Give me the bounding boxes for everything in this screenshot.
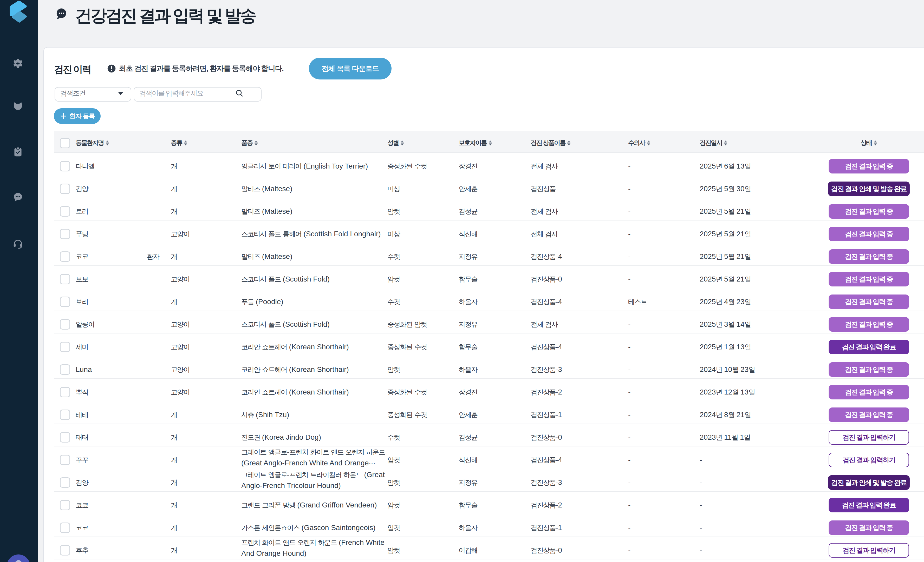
column-header-date[interactable]: 검진일시 (700, 131, 728, 152)
status-badge[interactable]: 검진 결과 입력하기 (829, 543, 909, 558)
status-badge[interactable]: 검진 결과 입력 중 (829, 362, 909, 377)
cell-product: 검진상품-0 (531, 537, 562, 559)
table-row[interactable]: 알콩이 고양이 스코티시 폴드 (Scottish Fold) 중성화된 암컷 … (54, 311, 924, 333)
table-row[interactable]: 후추 개 프렌치 화이트 앤드 오렌지 하운드 (French WhiteAnd… (54, 537, 924, 559)
row-checkbox[interactable] (60, 477, 70, 488)
row-checkbox[interactable] (60, 297, 70, 307)
row-checkbox[interactable] (60, 206, 70, 217)
status-badge[interactable]: 검진 결과 입력 중 (829, 227, 909, 241)
clipboard-check-icon[interactable] (12, 146, 24, 158)
table-row[interactable]: 코코 환자 개 말티즈 (Maltese) 수컷 지정유 검진상품-4 - 20… (54, 243, 924, 266)
row-checkbox[interactable] (60, 274, 70, 284)
table-row[interactable]: Luna 고양이 코리안 쇼트헤어 (Korean Shorthair) 암컷 … (54, 356, 924, 379)
row-checkbox[interactable] (60, 365, 70, 375)
cell-date: - (700, 492, 702, 514)
sort-icon[interactable] (567, 140, 571, 146)
cell-guardian: 하을자 (459, 288, 477, 311)
row-checkbox[interactable] (60, 500, 70, 510)
table-row[interactable]: 코코 개 그랜드 그리폰 방뎅 (Grand Griffon Vendeen) … (54, 492, 924, 514)
cat-icon[interactable] (12, 100, 24, 112)
row-checkbox[interactable] (60, 387, 70, 398)
table-row[interactable]: 보리 개 푸들 (Poodle) 수컷 하을자 검진상품-4 테스트 2025년… (54, 288, 924, 311)
column-header-guardian[interactable]: 보호자이름 (459, 131, 492, 152)
status-badge[interactable]: 검진 결과 입력 중 (829, 204, 909, 219)
table-row[interactable]: 뿌직 고양이 코리안 쇼트헤어 (Korean Shorthair) 중성화된 … (54, 379, 924, 401)
settings-gear-icon[interactable] (12, 58, 24, 69)
row-checkbox[interactable] (60, 342, 70, 352)
status-badge[interactable]: 검진 결과 입력 중 (829, 249, 909, 264)
row-checkbox[interactable] (60, 410, 70, 420)
status-badge[interactable]: 검진 결과 입력 중 (829, 317, 909, 332)
column-header-name[interactable]: 동물환자명 (76, 131, 109, 152)
breed-line: 코리안 쇼트헤어 (Korean Shorthair) (241, 342, 349, 353)
select-all-checkbox[interactable] (60, 138, 70, 148)
column-header-vet[interactable]: 수의사 (628, 131, 651, 152)
column-header-product[interactable]: 검진 상품이름 (531, 131, 571, 152)
row-checkbox[interactable] (60, 229, 70, 239)
table-row[interactable]: 세미 고양이 코리안 쇼트헤어 (Korean Shorthair) 중성화된 … (54, 333, 924, 356)
user-avatar[interactable] (7, 555, 30, 562)
cell-product: 검진상품-3 (531, 469, 562, 491)
search-condition-select[interactable]: 검색조건 (55, 87, 131, 102)
add-patient-button[interactable]: 환자 등록 (54, 108, 100, 124)
row-checkbox[interactable] (60, 455, 70, 465)
status-badge[interactable]: 검진 결과 입력 완료 (829, 340, 909, 354)
table-row[interactable]: 김양 개 그레이트 앵글로-프렌치 트라이컬러 하운드 (GreatAnglo-… (54, 469, 924, 492)
status-badge[interactable]: 검진 결과 입력 중 (829, 272, 909, 287)
sort-icon[interactable] (400, 140, 404, 146)
row-checkbox[interactable] (60, 319, 70, 330)
cell-species: 개 (171, 288, 177, 311)
table-row[interactable]: 보보 고양이 스코티시 폴드 (Scottish Fold) 암컷 함무술 검진… (54, 266, 924, 288)
status-badge[interactable]: 검진 결과 입력 완료 (829, 498, 909, 513)
sort-icon[interactable] (724, 140, 728, 146)
status-badge[interactable]: 검진 결과 입력 중 (829, 159, 909, 173)
row-checkbox[interactable] (60, 251, 70, 262)
cell-patient-name: 뿌직 (76, 388, 88, 397)
cell-vet: - (628, 243, 630, 265)
status-badge[interactable]: 검진 결과 인쇄 및 발송 완료 (828, 475, 910, 490)
status-badge[interactable]: 검진 결과 입력 중 (829, 294, 909, 309)
column-header-breed[interactable]: 품종 (241, 131, 258, 152)
panel-heading: 검진 이력 (54, 61, 91, 76)
status-badge[interactable]: 검진 결과 입력 중 (829, 520, 909, 535)
status-badge[interactable]: 검진 결과 입력 중 (829, 385, 909, 399)
status-badge[interactable]: 검진 결과 입력 중 (829, 408, 909, 422)
table-row[interactable]: 코코 개 가스톤 세인톤죠이스 (Gascon Saintongeois) 암컷… (54, 514, 924, 537)
status-badge[interactable]: 검진 결과 입력하기 (829, 430, 909, 445)
table-row[interactable]: 태태 개 시츄 (Shih Tzu) 중성화된 수컷 안제훈 검진상품-1 - … (54, 401, 924, 424)
download-all-button[interactable]: 전체 목록 다운로드 (309, 58, 392, 79)
sort-icon[interactable] (647, 140, 651, 146)
column-header-sex[interactable]: 성별 (387, 131, 404, 152)
table-row[interactable]: 다니엘 개 잉글리시 토이 테리어 (English Toy Terrier) … (54, 153, 924, 175)
status-badge[interactable]: 검진 결과 입력하기 (829, 453, 909, 467)
headset-icon[interactable] (12, 238, 24, 249)
sort-icon[interactable] (184, 140, 188, 146)
row-checkbox[interactable] (60, 545, 70, 556)
cell-vet: - (628, 469, 630, 491)
cell-patient-name: 태태 (76, 410, 88, 419)
row-checkbox[interactable] (60, 432, 70, 442)
sort-icon[interactable] (105, 140, 109, 146)
sort-icon[interactable] (254, 140, 258, 146)
table-row[interactable]: 태태 개 진도견 (Korea Jindo Dog) 수컷 김성균 검진상품-0… (54, 424, 924, 447)
sort-icon[interactable] (489, 140, 492, 146)
chat-dots-icon[interactable] (12, 191, 24, 203)
row-checkbox[interactable] (60, 523, 70, 533)
cell-patient-name: 세미 (76, 342, 88, 352)
table-row[interactable]: 김양 개 말티즈 (Maltese) 미상 안제훈 검진상품 - 2025년 5… (54, 175, 924, 198)
column-header-status[interactable]: 상태 (861, 131, 877, 152)
cell-breed: 그랜드 그리폰 방뎅 (Grand Griffon Vendeen) (241, 492, 377, 514)
table-row[interactable]: 푸딩 고양이 스코티시 폴드 롱헤어 (Scottish Fold Longha… (54, 220, 924, 243)
column-header-species[interactable]: 종류 (171, 131, 188, 152)
status-badge[interactable]: 검진 결과 인쇄 및 발송 완료 (828, 182, 910, 196)
breed-line: 시츄 (Shih Tzu) (241, 409, 289, 420)
row-checkbox[interactable] (60, 184, 70, 194)
search-input[interactable] (140, 89, 235, 97)
cell-guardian: 지정유 (459, 311, 477, 333)
sort-icon[interactable] (873, 140, 877, 146)
table-row[interactable]: 토리 개 말티즈 (Maltese) 암컷 김성균 전체 검사 - 2025년 … (54, 198, 924, 220)
table-row[interactable]: 꾸꾸 개 그레이트 앵글로-프렌치 화이트 앤드 오렌지 하운드(Great A… (54, 447, 924, 469)
app-logo[interactable] (8, 0, 28, 24)
row-checkbox[interactable] (60, 161, 70, 171)
search-icon[interactable] (235, 89, 244, 97)
